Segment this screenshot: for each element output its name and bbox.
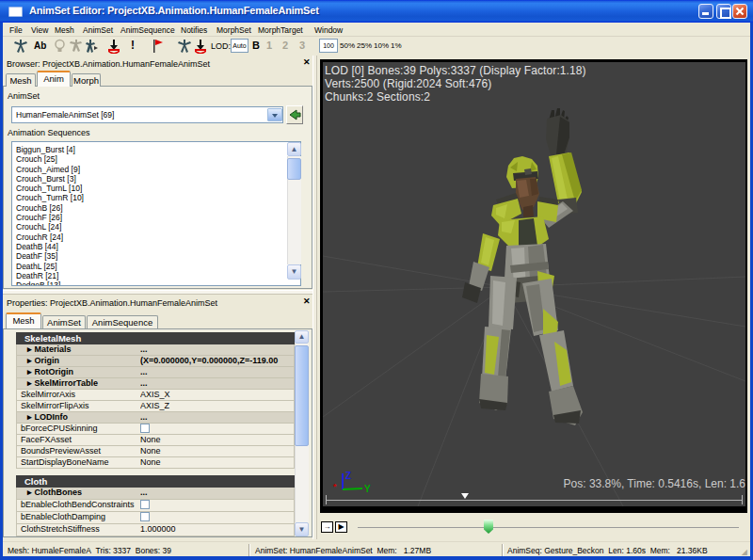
svg-text:Y: Y	[364, 484, 371, 494]
svg-text:Z: Z	[345, 471, 351, 481]
svg-text:*: *	[333, 482, 337, 491]
